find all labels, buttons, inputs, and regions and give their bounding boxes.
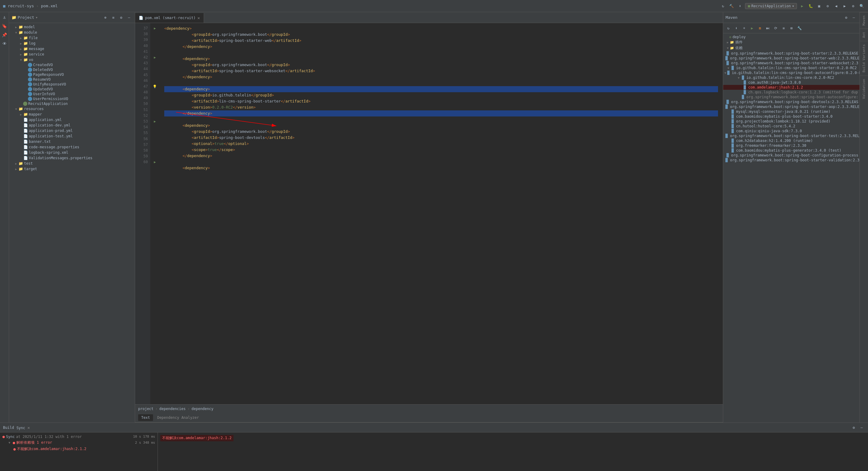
maven-tree-btn[interactable]: ⊞ (788, 25, 795, 32)
maven-item-deps-root[interactable]: ▼ 📁 依赖 (723, 45, 860, 51)
gutter-53[interactable]: ▶ (150, 119, 159, 124)
build-tab-label[interactable]: Build (3, 426, 14, 430)
build-error-group[interactable]: ▼ ● 解析依赖项 1 error 2 s 348 ms (1, 439, 156, 446)
toolbar-build-btn[interactable]: 🔨 (728, 3, 735, 9)
maven-dep-auth0[interactable]: ▐▌ com.auth0:java-jwt:3.8.0 (723, 80, 860, 85)
toolbar-sync-btn[interactable]: ⬇ (737, 3, 743, 9)
maven-toggle-btn[interactable]: ⟳ (772, 25, 779, 32)
build-sync-item[interactable]: ● Sync at 2025/1/11 1:32 with 1 error 10… (1, 434, 156, 439)
maven-download-btn[interactable]: ⬇ (733, 25, 740, 32)
maven-dep-4[interactable]: ▼ ▐▌ io.github.talelin:lin-cms-spring-bo… (723, 66, 860, 70)
tree-item-file[interactable]: ▶ 📁 file (9, 35, 135, 41)
maven-dep-validation[interactable]: ▐▌ org.springframework.boot:spring-boot-… (723, 158, 860, 163)
tree-item-PageResponseVO[interactable]: PageResponseVO (9, 72, 135, 77)
tree-item-resources[interactable]: ▼ 📁 resources (9, 106, 135, 112)
build-settings-btn[interactable]: ⚙ (850, 424, 857, 431)
editor-tab-pom[interactable]: 📄 pom.xml (smart-recruit) ✕ (135, 13, 204, 23)
maven-dep-freemarker[interactable]: ▐▌ org.freemarker:freemarker:2.3.30 (723, 143, 860, 148)
maven-wrench-btn[interactable]: 🔧 (796, 25, 803, 32)
tree-item-logback-spring-xml[interactable]: 📄 logback-spring.xml (9, 150, 135, 155)
tree-item-UserPermissionVO[interactable]: UserPermissionVO (9, 96, 135, 101)
tree-item-DeletedVO[interactable]: DeletedVO (9, 67, 135, 72)
maven-add-btn[interactable]: + (741, 25, 747, 32)
vtab-ant[interactable]: Ant (860, 29, 868, 41)
tree-item-banner-txt[interactable]: 📄 banner.txt (9, 139, 135, 144)
tree-item-message[interactable]: ▶ 📁 message (9, 46, 135, 52)
tree-item-UnifyResponseVO[interactable]: UnifyResponseVO (9, 82, 135, 87)
tree-item-application-yml[interactable]: 📄 application.yml (9, 117, 135, 123)
panel-minimize-btn[interactable]: — (126, 14, 132, 21)
maven-run-btn[interactable]: ▶ (749, 25, 755, 32)
maven-minimize-btn[interactable]: — (850, 14, 857, 21)
gutter-37[interactable]: ▶ (150, 26, 159, 31)
tab-close-pom[interactable]: ✕ (197, 15, 200, 20)
tree-item-log[interactable]: ▶ 📁 log (9, 41, 135, 46)
gutter-47[interactable]: 💡 (150, 84, 159, 90)
tree-item-ResumeVO[interactable]: ResumeVO (9, 77, 135, 82)
tree-item-UserInfoVO[interactable]: UserInfoVO (9, 92, 135, 96)
sync-tab-label[interactable]: Sync ✕ (17, 425, 30, 430)
tree-item-code-message-properties[interactable]: 📄 code-message.properties (9, 144, 135, 150)
search-everywhere-btn[interactable]: 🔍 (858, 3, 865, 9)
gutter-60[interactable]: ▶ (150, 159, 159, 165)
maven-dep-mybatis[interactable]: ▐▌ com.baomidou:mybatis-plus-boot-starte… (723, 114, 860, 119)
maven-m-btn[interactable]: m (756, 25, 763, 32)
maven-dep-config-process[interactable]: ▐▌ org.springframework.boot:spring-boot-… (723, 153, 860, 158)
maven-dep-4-1[interactable]: ▼ ▐▌ io.github.talelin:lin-cms-spring-bo… (723, 70, 860, 75)
maven-dep-devtools[interactable]: ▐▌ org.springframework.boot:spring-boot-… (723, 99, 860, 104)
tree-item-application-test-yml[interactable]: 📄 application-test.yml (9, 133, 135, 139)
coverage-btn[interactable]: ▣ (816, 3, 823, 9)
tree-item-application-prod-yml[interactable]: 📄 application-prod.yml (9, 128, 135, 133)
build-error-detail[interactable]: ● 不能解决com.amdelamar:jhash:2.1.2 (1, 446, 156, 452)
maven-refresh-btn[interactable]: ↻ (725, 25, 732, 32)
maven-item-plugins[interactable]: ▶ 📁 插件 (723, 39, 860, 45)
vtab-build-variants[interactable]: Build Variants (860, 41, 868, 75)
settings-btn[interactable]: ⚙ (850, 3, 857, 9)
panel-settings-btn[interactable]: ⚙ (118, 14, 124, 21)
sidebar-structure-icon[interactable]: ⚓ (1, 14, 8, 21)
maven-dep-h2[interactable]: ▐▌ com.h2database:h2:1.4.200 (runtime) (723, 138, 860, 143)
maven-dep-autoconfigure[interactable]: ▐▌ org.springframework.boot:spring-boot-… (723, 95, 860, 99)
tree-item-vo[interactable]: ▼ 📁 vo (9, 57, 135, 63)
panel-locate-btn[interactable]: ⊕ (102, 14, 109, 21)
maven-skip-btn[interactable]: ⏭ (765, 25, 771, 32)
tab-dependency-analyzer[interactable]: Dependency Analyzer (154, 414, 202, 421)
tree-item-RecruitApplication[interactable]: RecruitApplication (9, 101, 135, 106)
maven-dep-qiniu[interactable]: ▐▌ com.qiniu:qiniu-java-sdk:7.3.0 (723, 129, 860, 133)
run-config-selector[interactable]: ■ RecruitApplication ▾ (745, 3, 797, 9)
maven-dep-jhash[interactable]: ▐▌ com.amdelamar:jhash:2.1.2 (723, 85, 860, 90)
tree-item-test[interactable]: ▶ 📁 test (9, 161, 135, 166)
maven-dep-lombok[interactable]: ▐▌ org.projectlombok:lombok:1.18.12 (pro… (723, 119, 860, 124)
tree-item-target[interactable]: ▶ 📁 target (9, 166, 135, 172)
tree-item-validation-messages[interactable]: 📄 ValidationMessages.properties (9, 155, 135, 161)
maven-settings-btn[interactable]: ⚙ (843, 14, 849, 21)
run-btn[interactable]: ▶ (799, 3, 805, 9)
sidebar-bookmarks-icon[interactable]: 🔖 (1, 23, 8, 30)
maven-item-deploy[interactable]: ⚙ deploy (723, 35, 860, 39)
maven-dep-mybatis-gen[interactable]: ▐▌ com.baomidou:mybatis-plus-generator:3… (723, 148, 860, 153)
sidebar-pin-icon[interactable]: 📌 (1, 31, 8, 38)
tree-item-module[interactable]: ▼ 📁 module (9, 30, 135, 35)
back-btn[interactable]: ◀ (833, 3, 839, 9)
gutter-42[interactable]: ▶ (150, 55, 159, 60)
forward-btn[interactable]: ▶ (841, 3, 848, 9)
maven-dep-aop[interactable]: ▐▌ org.springframework.boot:spring-boot-… (723, 104, 860, 109)
tree-item-mapper[interactable]: ▶ 📁 mapper (9, 112, 135, 117)
maven-dep-hutool[interactable]: ▐▌ cn.hutool:hutool-core:5.4.2 (723, 124, 860, 129)
code-editor[interactable]: <dependency> <groupId>org.springframewor… (159, 23, 723, 404)
vtab-validation[interactable]: Validation (860, 75, 868, 102)
tab-text[interactable]: Text (138, 414, 153, 421)
toolbar-refresh-btn[interactable]: ↻ (719, 3, 726, 9)
vtab-maven[interactable]: Maven (860, 12, 868, 29)
panel-collapse-btn[interactable]: ≡ (110, 14, 117, 21)
sync-tab-close[interactable]: ✕ (27, 425, 30, 430)
maven-dep-2[interactable]: ▐▌ org.springframework.boot:spring-boot-… (723, 56, 860, 61)
maven-dep-logback[interactable]: ▐▌ ch.qos.logback:logback-core:1.2.3 (om… (723, 90, 860, 95)
tree-item-model[interactable]: ▶ 📁 model (9, 24, 135, 30)
maven-dep-4-1-1[interactable]: ▼ ▐▌ io.github.talelin:lin-cms-core:0.2.… (723, 75, 860, 80)
maven-list-btn[interactable]: ≡ (780, 25, 787, 32)
debug-btn[interactable]: 🐛 (807, 3, 814, 9)
maven-dep-1[interactable]: ▐▌ org.springframework.boot:spring-boot-… (723, 51, 860, 56)
breadcrumb-dependencies[interactable]: dependencies (159, 407, 186, 411)
build-minimize-btn[interactable]: — (858, 424, 865, 431)
